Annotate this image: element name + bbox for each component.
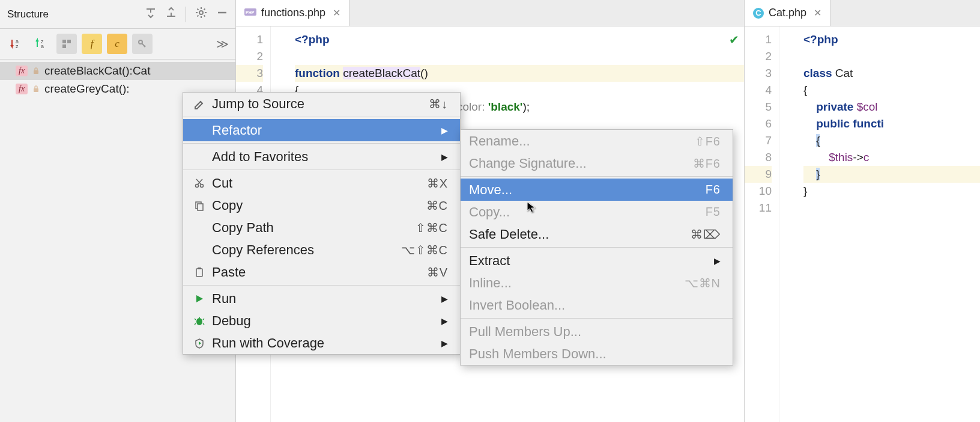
code-token: createBlackCat [343, 67, 420, 79]
svg-point-0 [199, 11, 203, 14]
chevron-right-icon: ▶ [714, 256, 721, 266]
tab-cat-php[interactable]: C Cat.php ✕ [745, 0, 830, 26]
svg-rect-17 [196, 269, 202, 277]
code-token: public [816, 117, 850, 130]
menu-label: Invert Boolean... [469, 298, 721, 313]
menu-shortcut: F6 [706, 183, 721, 197]
menu-extract[interactable]: Extract ▶ [461, 249, 733, 272]
line-number: 1 [236, 31, 263, 48]
menu-label: Jump to Source [212, 96, 429, 112]
menu-separator [183, 143, 460, 144]
more-icon[interactable]: ≫ [216, 37, 229, 51]
menu-cut[interactable]: Cut ⌘X [183, 172, 460, 194]
minimize-icon[interactable] [216, 7, 228, 22]
menu-separator [183, 170, 460, 170]
sort-alpha-desc-icon[interactable]: za [31, 34, 52, 54]
class-file-icon: C [753, 8, 764, 19]
svg-rect-18 [198, 268, 201, 269]
line-number: 6 [745, 115, 772, 132]
code-token: color: [457, 100, 485, 113]
menu-copy[interactable]: Copy ⌘C [183, 194, 460, 216]
menu-safe-delete[interactable]: Safe Delete... ⌘⌦ [461, 223, 733, 245]
svg-rect-9 [34, 70, 38, 74]
gear-icon[interactable] [195, 6, 208, 22]
coverage-icon [192, 338, 207, 349]
code-editor-right[interactable]: 1 2 3 4 5 6 7 8 9 10 11 <?php class Cat [745, 26, 980, 422]
line-number: 7 [745, 132, 772, 149]
menu-change-signature: Change Signature... ⌘F6 [461, 152, 733, 174]
menu-separator [183, 285, 460, 286]
menu-separator [461, 318, 733, 319]
sort-alpha-asc-icon[interactable]: az [6, 34, 26, 54]
line-number: 2 [236, 48, 263, 65]
line-number: 11 [745, 200, 772, 216]
gutter: 1 2 3 4 5 6 7 8 9 10 11 [745, 26, 779, 422]
line-number: 4 [745, 82, 772, 99]
debug-icon [192, 316, 207, 326]
menu-shortcut: F5 [706, 205, 721, 219]
menu-label: Run with Coverage [212, 335, 441, 351]
code-token: <?php [803, 33, 838, 46]
menu-label: Cut [212, 176, 427, 191]
lock-icon [32, 67, 40, 75]
structure-title: Structure [7, 8, 49, 20]
close-icon[interactable]: ✕ [333, 7, 340, 19]
menu-inline: Inline... ⌥⌘N [461, 272, 733, 294]
code-content[interactable]: <?php class Cat { private $col public fu… [779, 26, 980, 422]
code-token: function [295, 67, 340, 79]
code-token: <?php [295, 33, 330, 46]
svg-text:z: z [16, 43, 19, 49]
code-token: () [420, 67, 428, 79]
lock-icon [32, 85, 40, 93]
menu-copy-refactor: Copy... F5 [461, 201, 733, 223]
menu-copy-references[interactable]: Copy References ⌥⇧⌘C [183, 239, 460, 261]
tab-label: Cat.php [769, 7, 806, 19]
copy-icon [192, 200, 207, 211]
context-menu: Jump to Source ⌘↓ Refactor ▶ Add to Favo… [183, 92, 461, 355]
menu-label: Rename... [469, 133, 695, 149]
code-token: $col [857, 100, 878, 113]
paste-icon [192, 267, 207, 278]
collapse-icon[interactable] [165, 7, 177, 22]
structure-toolbar: az za f c ≫ [0, 29, 235, 60]
show-fields-icon[interactable] [56, 34, 77, 54]
menu-label: Add to Favorites [212, 149, 441, 165]
expand-icon[interactable] [145, 7, 157, 22]
code-token: $this [829, 151, 853, 164]
svg-rect-10 [34, 88, 38, 92]
tree-item-label: createBlackCat():Cat [44, 64, 150, 78]
tab-functions-php[interactable]: PHP functions.php ✕ [236, 0, 349, 26]
menu-label: Safe Delete... [469, 227, 691, 242]
chevron-right-icon: ▶ [441, 316, 448, 326]
chevron-right-icon: ▶ [441, 294, 448, 304]
menu-jump-to-source[interactable]: Jump to Source ⌘↓ [183, 93, 460, 115]
filter-key-icon[interactable] [132, 34, 153, 54]
menu-move[interactable]: Move... F6 [461, 179, 733, 201]
close-icon[interactable]: ✕ [814, 7, 821, 19]
tree-item-createBlackCat[interactable]: fx createBlackCat():Cat [0, 62, 235, 80]
menu-copy-path[interactable]: Copy Path ⇧⌘C [183, 216, 460, 239]
svg-rect-6 [67, 40, 71, 43]
menu-label: Push Members Down... [469, 346, 721, 362]
tab-bar-left: PHP functions.php ✕ [236, 0, 744, 26]
tab-label: functions.php [261, 7, 325, 19]
tree-item-label: createGreyCat(): [44, 82, 129, 96]
menu-pull-up: Pull Members Up... [461, 320, 733, 343]
menu-label: Debug [212, 313, 441, 329]
menu-label: Extract [469, 253, 714, 269]
menu-debug[interactable]: Debug ▶ [183, 310, 460, 332]
filter-f-icon[interactable]: f [82, 34, 102, 54]
menu-shortcut: ⌘V [427, 265, 448, 280]
menu-label: Copy... [469, 204, 706, 220]
menu-paste[interactable]: Paste ⌘V [183, 261, 460, 283]
code-token: ); [522, 100, 530, 113]
function-icon: fx [16, 66, 28, 76]
menu-add-favorites[interactable]: Add to Favorites ▶ [183, 145, 460, 168]
edit-icon [192, 99, 207, 109]
line-number: 3 [236, 65, 263, 82]
menu-run-coverage[interactable]: Run with Coverage ▶ [183, 332, 460, 354]
line-number: 2 [745, 48, 772, 65]
menu-refactor[interactable]: Refactor ▶ [183, 119, 460, 141]
menu-run[interactable]: Run ▶ [183, 287, 460, 310]
filter-c-icon[interactable]: c [107, 34, 127, 54]
